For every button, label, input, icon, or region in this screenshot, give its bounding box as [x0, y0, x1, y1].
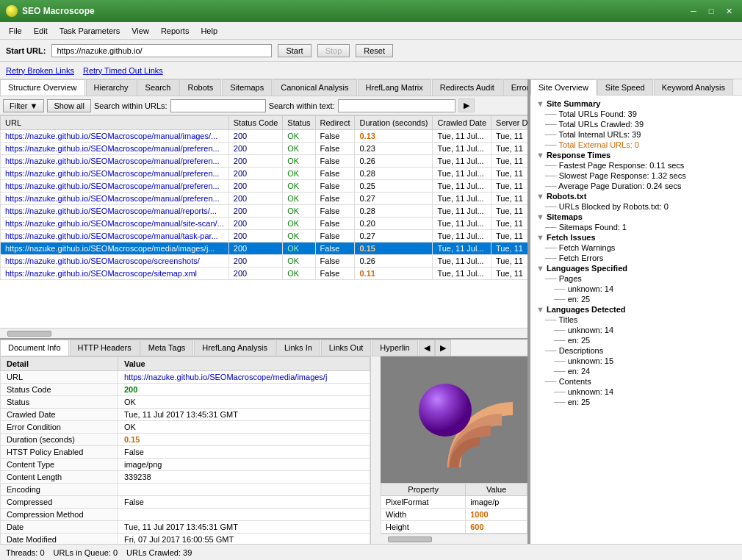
- tree-item[interactable]: ── unknown: 14: [533, 325, 739, 335]
- tab-canonical-analysis[interactable]: Canonical Analysis: [273, 79, 356, 96]
- stop-button[interactable]: Stop: [317, 44, 350, 57]
- detail-scrollbar[interactable]: [370, 356, 381, 544]
- tab-meta-tags[interactable]: Meta Tags: [140, 340, 194, 356]
- menu-reports[interactable]: Reports: [155, 24, 195, 37]
- menu-help[interactable]: Help: [195, 24, 223, 37]
- tree-item[interactable]: ── en: 25: [533, 335, 739, 345]
- tree-item[interactable]: ── Fetch Errors: [533, 253, 739, 263]
- tree-item[interactable]: ── unknown: 15: [533, 356, 739, 366]
- url-table-hscroll[interactable]: [0, 328, 527, 338]
- detail-panel[interactable]: Detail Value URL https://nazuke.github.i…: [0, 356, 370, 544]
- tree-item[interactable]: ▼ Robots.txt: [533, 191, 739, 201]
- tree-item[interactable]: ▼ Response Times: [533, 150, 739, 160]
- show-all-button[interactable]: Show all: [47, 99, 91, 112]
- menu-file[interactable]: File: [3, 24, 28, 37]
- tree-item[interactable]: ── Total Internal URLs: 39: [533, 129, 739, 140]
- image-info-hscroll[interactable]: [381, 534, 527, 544]
- tab-sitemaps[interactable]: Sitemaps: [222, 79, 272, 96]
- table-row[interactable]: https://nazuke.github.io/SEOMacroscope/m…: [1, 193, 528, 205]
- tab-hierarchy[interactable]: Hierarchy: [86, 79, 137, 96]
- start-url-input[interactable]: [51, 44, 272, 57]
- minimize-button[interactable]: ─: [686, 4, 701, 18]
- tree-item[interactable]: ── Total URLs Found: 39: [533, 109, 739, 119]
- tree-item[interactable]: ── en: 25: [533, 294, 739, 304]
- tree-item[interactable]: ── Total URLs Crawled: 39: [533, 119, 739, 129]
- right-content[interactable]: ▼ Site Summary── Total URLs Found: 39── …: [530, 96, 742, 544]
- tree-item[interactable]: ▼ Sitemaps: [533, 212, 739, 222]
- start-button[interactable]: Start: [278, 44, 311, 57]
- table-row[interactable]: https://nazuke.github.io/SEOMacroscope/m…: [1, 130, 528, 143]
- col-status-code[interactable]: Status Code: [228, 116, 283, 130]
- tab-document-info[interactable]: Document Info: [0, 340, 69, 356]
- retry-timed-out-button[interactable]: Retry Timed Out Links: [83, 66, 163, 75]
- tree-item[interactable]: ── en: 25: [533, 397, 739, 407]
- tree-item[interactable]: ── unknown: 14: [533, 387, 739, 397]
- col-server-d[interactable]: Server D ▲: [491, 116, 527, 130]
- url-cell: https://nazuke.github.io/SEOMacroscope/m…: [1, 130, 229, 143]
- tree-item[interactable]: ── Descriptions: [533, 345, 739, 356]
- tree-item[interactable]: ── Contents: [533, 376, 739, 387]
- image-info-hscroll-thumb[interactable]: [388, 536, 432, 542]
- search-text-input[interactable]: [338, 99, 455, 112]
- tree-item[interactable]: ── unknown: 14: [533, 284, 739, 294]
- right-tab-site-speed[interactable]: Site Speed: [597, 79, 653, 95]
- tree-item[interactable]: ── Titles: [533, 315, 739, 325]
- maximize-button[interactable]: □: [704, 4, 718, 18]
- tab-robots[interactable]: Robots: [179, 79, 221, 96]
- tree-item[interactable]: ── Average Page Duration: 0.24 secs: [533, 181, 739, 191]
- filter-button[interactable]: Filter ▼: [3, 99, 44, 112]
- tree-item[interactable]: ── Slowest Page Response: 1.32 secs: [533, 170, 739, 181]
- filter-more-button[interactable]: ▶: [458, 98, 475, 112]
- table-row[interactable]: https://nazuke.github.io/SEOMacroscope/m…: [1, 143, 528, 155]
- tree-item[interactable]: ── Fetch Warnings: [533, 243, 739, 253]
- tree-item[interactable]: ▼ Site Summary: [533, 98, 739, 109]
- tab-errors[interactable]: Errors: [503, 79, 527, 96]
- close-button[interactable]: ✕: [721, 4, 736, 18]
- col-url[interactable]: URL: [1, 116, 229, 130]
- col-status[interactable]: Status: [283, 116, 315, 130]
- tree-item[interactable]: ▼ Fetch Issues: [533, 232, 739, 243]
- retry-broken-links-button[interactable]: Retry Broken Links: [6, 66, 74, 75]
- menu-task-parameters[interactable]: Task Parameters: [54, 24, 126, 37]
- col-crawled-date[interactable]: Crawled Date: [433, 116, 491, 130]
- bottom-tab-more-right[interactable]: ▶: [435, 340, 451, 356]
- right-tab-keyword-analysis[interactable]: Keyword Analysis: [654, 79, 733, 95]
- tree-item[interactable]: ── Fastest Page Response: 0.11 secs: [533, 160, 739, 170]
- tree-item[interactable]: ── Sitemaps Found: 1: [533, 222, 739, 232]
- tab-hyperlink[interactable]: Hyperlin: [372, 340, 417, 356]
- tab-search[interactable]: Search: [137, 79, 179, 96]
- tree-item[interactable]: ── Total External URLs: 0: [533, 140, 739, 150]
- table-row[interactable]: https://nazuke.github.io/SEOMacroscope/s…: [1, 268, 528, 280]
- tab-hreflang-matrix[interactable]: HrefLang Matrix: [358, 79, 431, 96]
- tab-redirects-audit[interactable]: Redirects Audit: [432, 79, 503, 96]
- tree-item[interactable]: ── Pages: [533, 273, 739, 284]
- url-table-hscroll-thumb[interactable]: [7, 331, 51, 337]
- table-row[interactable]: https://nazuke.github.io/SEOMacroscope/m…: [1, 218, 528, 230]
- tree-item[interactable]: ▼ Languages Detected: [533, 304, 739, 315]
- tree-item[interactable]: ▼ Languages Specified: [533, 263, 739, 273]
- table-row[interactable]: https://nazuke.github.io/SEOMacroscope/m…: [1, 180, 528, 193]
- table-row[interactable]: https://nazuke.github.io/SEOMacroscope/m…: [1, 230, 528, 243]
- menu-edit[interactable]: Edit: [28, 24, 54, 37]
- col-duration[interactable]: Duration (seconds): [355, 116, 433, 130]
- table-row[interactable]: https://nazuke.github.io/SEOMacroscope/m…: [1, 205, 528, 218]
- bottom-tab-more-left[interactable]: ◀: [419, 340, 435, 356]
- duration-cell: 0.28: [355, 168, 433, 180]
- tree-item[interactable]: ── URLs Blocked by Robots.txt: 0: [533, 201, 739, 212]
- tab-links-in[interactable]: Links In: [276, 340, 320, 356]
- url-table-container[interactable]: URL Status Code Status Redirect Duration…: [0, 115, 527, 328]
- tab-links-out[interactable]: Links Out: [321, 340, 371, 356]
- reset-button[interactable]: Reset: [356, 44, 393, 57]
- search-urls-input[interactable]: [170, 99, 266, 112]
- menu-view[interactable]: View: [126, 24, 155, 37]
- tab-http-headers[interactable]: HTTP Headers: [70, 340, 140, 356]
- tree-item[interactable]: ── en: 24: [533, 366, 739, 376]
- table-row[interactable]: https://nazuke.github.io/SEOMacroscope/s…: [1, 255, 528, 268]
- table-row[interactable]: https://nazuke.github.io/SEOMacroscope/m…: [1, 243, 528, 255]
- tab-structure-overview[interactable]: Structure Overview: [0, 79, 85, 96]
- table-row[interactable]: https://nazuke.github.io/SEOMacroscope/m…: [1, 155, 528, 168]
- table-row[interactable]: https://nazuke.github.io/SEOMacroscope/m…: [1, 168, 528, 180]
- right-tab-site-overview[interactable]: Site Overview: [530, 79, 597, 96]
- col-redirect[interactable]: Redirect: [315, 116, 355, 130]
- tab-hreflang-analysis[interactable]: HrefLang Analysis: [194, 340, 275, 356]
